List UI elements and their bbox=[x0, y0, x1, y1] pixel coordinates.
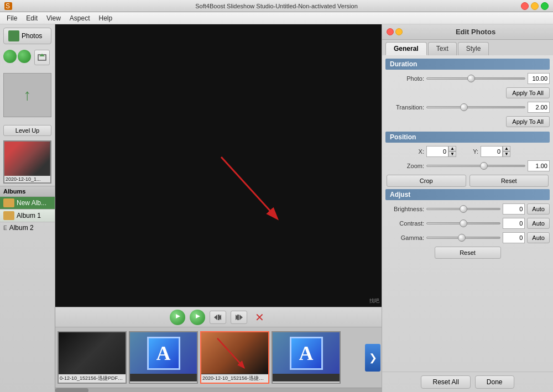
left-sidebar: Photos ↑ Level Up 2020-12-10_1... Albums… bbox=[0, 24, 55, 392]
brightness-slider-thumb[interactable] bbox=[460, 205, 467, 213]
film-thumbnail-4: A bbox=[273, 332, 340, 374]
dialog-min-btn[interactable] bbox=[395, 28, 403, 35]
transition-slider-thumb[interactable] bbox=[460, 103, 468, 111]
level-up-button[interactable]: Level Up bbox=[3, 125, 51, 136]
menu-file[interactable]: File bbox=[2, 13, 22, 23]
album-1-item[interactable]: Album 1 bbox=[0, 210, 55, 222]
center-area: 找吧 ✕ bbox=[55, 24, 382, 392]
photos-button[interactable]: Photos bbox=[3, 28, 51, 44]
transition-value-input[interactable] bbox=[528, 102, 550, 113]
album-2-item[interactable]: E Album 2 bbox=[0, 222, 55, 233]
zoom-slider-thumb[interactable] bbox=[480, 162, 488, 170]
svg-line-15 bbox=[217, 338, 244, 368]
gamma-slider[interactable] bbox=[426, 233, 500, 242]
xy-row: X: ▲ ▼ Y: ▲ ▼ bbox=[385, 146, 550, 157]
dialog-close-btn[interactable] bbox=[387, 28, 394, 35]
tab-general[interactable]: General bbox=[385, 42, 427, 55]
nav-back-btn[interactable] bbox=[3, 50, 17, 63]
delete-btn[interactable]: ✕ bbox=[252, 310, 267, 325]
app-icon: S bbox=[4, 2, 12, 10]
position-reset-button[interactable]: Reset bbox=[469, 175, 549, 187]
next-frame-btn[interactable] bbox=[231, 311, 247, 324]
y-spin-input[interactable]: ▲ ▼ bbox=[481, 146, 514, 157]
sidebar-thumbnail[interactable]: 2020-12-10_1... bbox=[3, 140, 51, 184]
gamma-auto-btn[interactable]: Auto bbox=[527, 232, 550, 243]
film-item-1[interactable]: 0-12-10_152156-迅捷PDF转.. bbox=[58, 331, 127, 384]
close-btn[interactable] bbox=[521, 2, 529, 10]
film-item-2[interactable]: A bbox=[129, 331, 198, 384]
svg-marker-11 bbox=[239, 315, 243, 320]
filmstrip-scrollbar[interactable] bbox=[55, 388, 382, 392]
brightness-value-input[interactable] bbox=[503, 203, 525, 215]
done-button[interactable]: Done bbox=[475, 375, 514, 389]
album-icon-2 bbox=[3, 211, 14, 220]
film-thumbnail-2: A bbox=[130, 332, 197, 374]
tab-text[interactable]: Text bbox=[428, 42, 457, 55]
red-arrow-indicator bbox=[210, 146, 293, 229]
photo-slider-track bbox=[426, 77, 525, 80]
film-label-3: 2020-12-10_152156-迅捷PDF转.. bbox=[201, 374, 268, 383]
nav-forward-btn[interactable] bbox=[18, 50, 31, 63]
y-value-input[interactable] bbox=[481, 146, 503, 157]
minimize-btn[interactable] bbox=[531, 2, 539, 10]
center-wrapper: 找吧 ✕ bbox=[55, 24, 382, 392]
new-album-label: New Alb... bbox=[17, 199, 46, 207]
play-btn-1[interactable] bbox=[170, 310, 185, 325]
menu-edit[interactable]: Edit bbox=[22, 13, 42, 23]
toolbar-btn-1[interactable] bbox=[34, 50, 50, 65]
menu-help[interactable]: Help bbox=[95, 13, 117, 23]
brightness-auto-btn[interactable]: Auto bbox=[527, 203, 550, 215]
gamma-slider-thumb[interactable] bbox=[458, 234, 466, 242]
tab-style[interactable]: Style bbox=[458, 42, 489, 55]
duration-section-header: Duration bbox=[385, 59, 550, 70]
y-label: Y: bbox=[462, 148, 478, 155]
film-item-3[interactable]: 2020-12-10_152156-迅捷PDF转.. bbox=[200, 331, 269, 384]
y-up-arrow[interactable]: ▲ bbox=[503, 146, 510, 151]
photo-slider-thumb[interactable] bbox=[467, 75, 475, 82]
x-spin-input[interactable]: ▲ ▼ bbox=[426, 146, 460, 157]
position-section-header: Position bbox=[385, 132, 550, 143]
watermark: 找吧 bbox=[369, 297, 379, 305]
reset-all-button[interactable]: Reset All bbox=[421, 375, 470, 389]
photo-slider[interactable] bbox=[426, 74, 525, 83]
x-spin-arrows: ▲ ▼ bbox=[448, 146, 456, 157]
adjust-reset-button[interactable]: Reset bbox=[435, 247, 501, 259]
filmstrip-scroll-thumb[interactable] bbox=[55, 388, 88, 392]
menu-aspect[interactable]: Aspect bbox=[65, 13, 95, 23]
menu-bar: File Edit View Aspect Help bbox=[0, 12, 553, 24]
nav-arrows bbox=[0, 48, 55, 67]
album-icon-1 bbox=[3, 198, 14, 207]
filmstrip-nav-right[interactable]: ❯ bbox=[365, 344, 380, 372]
photo-label: Photo: bbox=[385, 75, 424, 82]
upload-area[interactable]: ↑ bbox=[3, 73, 51, 117]
zoom-value-input[interactable] bbox=[528, 160, 550, 171]
x-down-arrow[interactable]: ▼ bbox=[448, 151, 456, 157]
brightness-slider[interactable] bbox=[426, 205, 500, 213]
contrast-slider-thumb[interactable] bbox=[460, 219, 467, 227]
contrast-slider[interactable] bbox=[426, 219, 500, 228]
contrast-row: Contrast: Auto bbox=[385, 218, 550, 229]
apply-to-all-btn-1[interactable]: Apply To All bbox=[506, 87, 550, 98]
y-down-arrow[interactable]: ▼ bbox=[503, 151, 510, 157]
upload-arrow-icon: ↑ bbox=[24, 86, 32, 104]
apply-to-all-btn-2[interactable]: Apply To All bbox=[506, 116, 550, 127]
menu-view[interactable]: View bbox=[42, 13, 65, 23]
contrast-auto-btn[interactable]: Auto bbox=[527, 218, 550, 229]
new-album-item[interactable]: New Alb... bbox=[0, 197, 55, 210]
contrast-value-input[interactable] bbox=[503, 218, 525, 229]
x-up-arrow[interactable]: ▲ bbox=[448, 146, 456, 151]
svg-text:S: S bbox=[6, 2, 10, 10]
zoom-slider[interactable] bbox=[426, 161, 525, 170]
film-thumbnail-3 bbox=[201, 332, 268, 374]
photo-value-input[interactable] bbox=[528, 73, 550, 84]
gamma-value-input[interactable] bbox=[503, 232, 525, 243]
album-2-label: Album 2 bbox=[9, 224, 34, 232]
crop-button[interactable]: Crop bbox=[387, 175, 466, 187]
maximize-btn[interactable] bbox=[541, 2, 549, 10]
play-btn-2[interactable] bbox=[190, 310, 205, 325]
transition-slider[interactable] bbox=[426, 103, 525, 112]
x-value-input[interactable] bbox=[426, 146, 448, 157]
prev-frame-btn[interactable] bbox=[210, 311, 226, 324]
dialog-window-buttons bbox=[387, 28, 403, 35]
film-item-4[interactable]: A bbox=[272, 331, 341, 384]
